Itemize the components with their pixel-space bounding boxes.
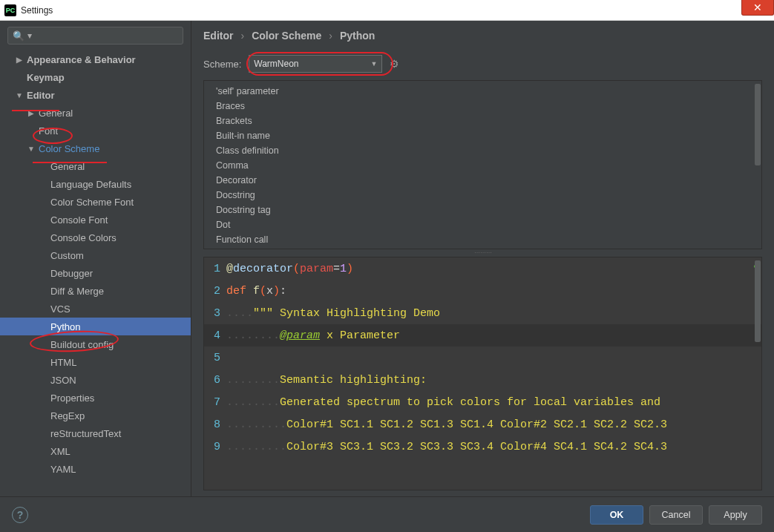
code-line: 8.........Color#1 SC1.1 SC1.2 SC1.3 SC1.…: [204, 413, 761, 436]
scheme-value: WarmNeon: [254, 59, 298, 69]
sidebar-item-label: YAML: [50, 464, 76, 475]
sidebar-item-json[interactable]: JSON: [0, 371, 191, 389]
gutter-number: 1: [204, 263, 226, 275]
chevron-right-icon: ›: [240, 30, 244, 42]
split-handle[interactable]: ⋯⋯⋯: [191, 249, 774, 255]
caret-down-icon: ▼: [15, 91, 24, 99]
code-text: ........Generated spectrum to pick color…: [226, 396, 667, 409]
sidebar-item-font[interactable]: Font: [0, 122, 191, 139]
sidebar-item-regexp[interactable]: RegExp: [0, 407, 191, 424]
attribute-row[interactable]: Decorator: [204, 173, 761, 188]
attribute-row[interactable]: Comma: [204, 158, 761, 173]
sidebar-item-buildout-config[interactable]: Buildout config: [0, 335, 191, 353]
titlebar: PC Settings ✕: [0, 0, 774, 21]
code-line: 2def f(x):: [204, 280, 761, 302]
sidebar-item-label: RegExp: [50, 410, 85, 421]
settings-sidebar: 🔍 ▾ ▶Appearance & BehaviorKeymap▼Editor▶…: [0, 21, 191, 496]
sidebar-item-label: JSON: [50, 375, 76, 386]
sidebar-item-yaml[interactable]: YAML: [0, 460, 191, 478]
scrollbar[interactable]: [754, 260, 761, 475]
sidebar-item-properties[interactable]: Properties: [0, 389, 191, 407]
settings-tree[interactable]: ▶Appearance & BehaviorKeymap▼Editor▶Gene…: [0, 50, 191, 496]
code-line: 6........Semantic highlighting:: [204, 369, 761, 391]
scheme-label: Scheme:: [203, 59, 241, 70]
attribute-list[interactable]: 'self' parameterBracesBracketsBuilt-in n…: [204, 81, 761, 249]
sidebar-item-label: Console Colors: [50, 232, 117, 243]
breadcrumb-color-scheme[interactable]: Color Scheme: [252, 30, 321, 42]
code-line: 3....""" Syntax Highlighting Demo: [204, 302, 761, 324]
attribute-row[interactable]: 'self' parameter: [204, 84, 761, 99]
attribute-row[interactable]: Built-in name: [204, 128, 761, 143]
sidebar-item-console-colors[interactable]: Console Colors: [0, 229, 191, 246]
settings-window: PC Settings ✕ 🔍 ▾ ▶Appearance & Behavior…: [0, 0, 774, 532]
sidebar-item-appearance-behavior[interactable]: ▶Appearance & Behavior: [0, 50, 191, 68]
sidebar-item-label: Editor: [27, 90, 55, 101]
breadcrumb-python[interactable]: Python: [340, 30, 375, 42]
sidebar-item-label: VCS: [50, 303, 70, 315]
code-text: ........@param x Parameter: [226, 329, 400, 342]
attribute-row[interactable]: Brackets: [204, 114, 761, 128]
sidebar-item-editor[interactable]: ▼Editor: [0, 86, 191, 104]
code-text: @decorator(param=1): [226, 263, 353, 275]
caret-down-icon: ▼: [27, 145, 36, 153]
sidebar-item-label: Language Defaults: [50, 179, 131, 190]
sidebar-item-label: Font: [39, 125, 58, 137]
window-title: Settings: [21, 5, 53, 16]
gear-icon[interactable]: ⚙: [390, 58, 399, 70]
scrollbar-thumb[interactable]: [755, 260, 761, 342]
sidebar-item-restructuredtext[interactable]: reStructuredText: [0, 424, 191, 442]
content-pane: Editor › Color Scheme › Python Scheme: W…: [191, 21, 774, 496]
apply-button[interactable]: Apply: [709, 505, 762, 525]
code-line: 1@decorator(param=1): [204, 257, 761, 280]
attribute-row[interactable]: Braces: [204, 99, 761, 114]
sidebar-item-general[interactable]: ▶General: [0, 104, 191, 122]
sidebar-item-diff-merge[interactable]: Diff & Merge: [0, 282, 191, 300]
sidebar-item-label: General: [50, 161, 85, 172]
sidebar-item-label: XML: [50, 446, 70, 457]
attribute-list-panel: 'self' parameterBracesBracketsBuilt-in n…: [203, 80, 762, 249]
sidebar-item-label: Buildout config: [50, 339, 114, 350]
sidebar-item-vcs[interactable]: VCS: [0, 300, 191, 318]
sidebar-item-label: Appearance & Behavior: [27, 54, 136, 65]
scheme-dropdown[interactable]: WarmNeon ▼: [249, 55, 382, 73]
sidebar-item-xml[interactable]: XML: [0, 442, 191, 460]
ok-button[interactable]: OK: [590, 505, 643, 525]
sidebar-item-label: Diff & Merge: [50, 286, 104, 297]
sidebar-item-label: Console Font: [50, 214, 108, 226]
sidebar-item-color-scheme-font[interactable]: Color Scheme Font: [0, 193, 191, 211]
attribute-row[interactable]: Class definition: [204, 143, 761, 158]
sidebar-item-debugger[interactable]: Debugger: [0, 264, 191, 282]
sidebar-item-label: Custom: [50, 250, 84, 261]
help-button[interactable]: ?: [12, 507, 28, 523]
sidebar-item-custom[interactable]: Custom: [0, 246, 191, 264]
scrollbar-thumb[interactable]: [755, 84, 761, 165]
attribute-row[interactable]: Dot: [204, 217, 761, 232]
sidebar-item-color-scheme[interactable]: ▼Color Scheme: [0, 139, 191, 157]
code-line: 9.........Color#3 SC3.1 SC3.2 SC3.3 SC3.…: [204, 436, 761, 458]
search-input[interactable]: 🔍 ▾: [7, 27, 183, 45]
cancel-button[interactable]: Cancel: [649, 505, 703, 525]
sidebar-item-label: Python: [50, 321, 80, 332]
attribute-row[interactable]: Docstring tag: [204, 203, 761, 217]
code-preview: ✔ 1@decorator(param=1)2def f(x):3...."""…: [203, 257, 762, 490]
sidebar-item-console-font[interactable]: Console Font: [0, 211, 191, 229]
scrollbar[interactable]: [754, 84, 761, 246]
gutter-number: 7: [204, 396, 226, 409]
dialog-footer: ? OK Cancel Apply: [0, 496, 774, 532]
search-placeholder: ▾: [27, 30, 32, 41]
close-button[interactable]: ✕: [741, 0, 774, 16]
gutter-number: 2: [204, 285, 226, 298]
sidebar-item-html[interactable]: HTML: [0, 353, 191, 371]
sidebar-item-keymap[interactable]: Keymap: [0, 68, 191, 86]
code-line: 5: [204, 347, 761, 369]
code-line: 4........@param x Parameter: [204, 324, 761, 347]
breadcrumb-editor[interactable]: Editor: [203, 30, 233, 42]
attribute-row[interactable]: Docstring: [204, 188, 761, 203]
code-text: .........Color#3 SC3.1 SC3.2 SC3.3 SC3.4…: [226, 441, 667, 453]
sidebar-item-general[interactable]: General: [0, 157, 191, 175]
sidebar-item-label: General: [39, 108, 73, 119]
chevron-right-icon: ›: [329, 30, 332, 42]
sidebar-item-language-defaults[interactable]: Language Defaults: [0, 175, 191, 193]
attribute-row[interactable]: Function call: [204, 232, 761, 247]
sidebar-item-python[interactable]: Python: [0, 318, 191, 335]
